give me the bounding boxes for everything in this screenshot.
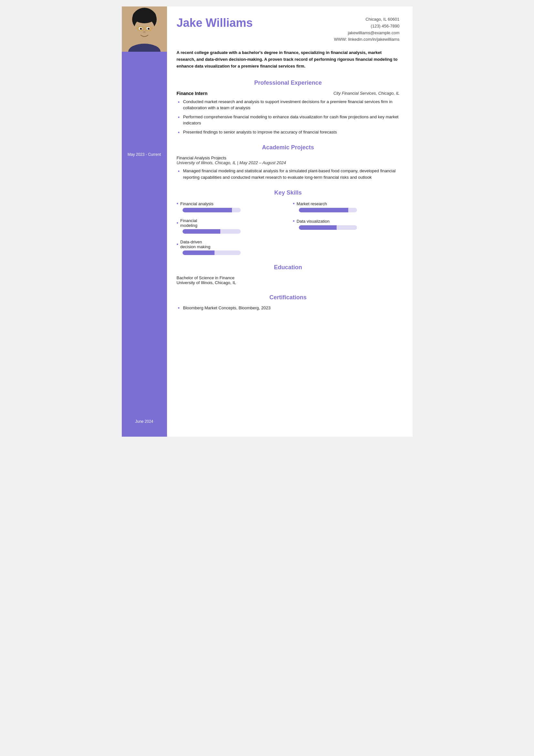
bullet-item: Conducted market research and analysis t… [177,98,400,111]
phone: (123) 456-7890 [334,23,400,30]
sidebar: May 2023 - Current June 2024 [122,7,167,437]
resume-container: May 2023 - Current June 2024 Jake Willia… [122,7,413,437]
svg-point-14 [143,31,146,33]
bullet-item: Performed comprehensive financial modeli… [177,114,400,126]
main-content: Jake Williams Chicago, IL 60601 (123) 45… [167,7,413,437]
experience-date: May 2023 - Current [125,152,164,157]
skill-data-visualization: Data visualization [293,218,400,230]
project-bullet: Managed financial modeling and statistic… [177,168,400,180]
edu-school: University of Illinois, Chicago, IL [177,280,400,285]
skill-bar-fill [183,229,220,234]
skill-bar-bg [183,208,241,212]
skill-label: Financial analysis [177,201,283,206]
cert-item: Bloomberg Market Concepts, Bloomberg, 20… [177,306,400,310]
project-bullets: Managed financial modeling and statistic… [177,168,400,180]
job-header: Finance Intern City Financial Services, … [177,91,400,96]
location: Chicago, IL 60601 [334,16,400,23]
edu-degree: Bachelor of Science in Finance [177,275,400,280]
skill-bar-fill [183,251,215,255]
education-date: June 2024 [125,419,164,424]
svg-point-8 [148,28,150,30]
header: Jake Williams Chicago, IL 60601 (123) 45… [177,16,400,43]
svg-point-7 [140,28,142,30]
skill-bar-fill [299,225,337,230]
bullet-item: Presented findings to senior analysts to… [177,129,400,135]
certifications-title: Certifications [177,294,400,301]
certifications-section: Certifications Bloomberg Market Concepts… [177,294,400,310]
sidebar-dates: May 2023 - Current June 2024 [122,58,167,437]
skill-financial-modeling: Financialmodeling [177,218,283,234]
summary: A recent college graduate with a bachelo… [177,49,400,69]
skills-left-col: Financial analysis Financialmodeling [177,201,283,255]
skill-market-research: Market research [293,201,400,212]
skill-bar-bg [299,208,357,212]
candidate-name: Jake Williams [177,16,253,30]
skill-label: Market research [293,201,400,206]
name-block: Jake Williams [177,16,253,30]
professional-experience-title: Professional Experience [177,79,400,86]
skill-bar-fill [183,208,232,212]
education-title: Education [177,264,400,271]
skill-bar-bg [183,251,241,255]
skill-bar-bg [299,225,357,230]
skills-grid: Financial analysis Financialmodeling [177,201,400,255]
job-title: Finance Intern [177,91,208,96]
skill-label: Data-drivendecision making [177,239,283,249]
job-bullets: Conducted market research and analysis t… [177,98,400,135]
skill-bar-fill [299,208,348,212]
job-company: City Financial Services, Chicago, IL [333,91,399,96]
key-skills-title: Key Skills [177,189,400,196]
email: jakewilliams@example.com [334,30,400,37]
skill-label: Data visualization [293,218,400,224]
project-title: Financial Analysis Projects [177,155,400,160]
professional-experience-section: Professional Experience Finance Intern C… [177,79,400,135]
skills-right-col: Market research Data visualization [293,201,400,255]
contact-info: Chicago, IL 60601 (123) 456-7890 jakewil… [334,16,400,43]
skill-data-driven: Data-drivendecision making [177,239,283,255]
avatar [122,7,167,52]
academic-projects-section: Academic Projects Financial Analysis Pro… [177,144,400,180]
project-subtitle: University of Illinois, Chicago, IL | Ma… [177,160,400,165]
svg-point-15 [133,9,156,23]
academic-projects-title: Academic Projects [177,144,400,151]
education-section: Education Bachelor of Science in Finance… [177,264,400,285]
website: WWW: linkedin.com/in/jakewilliams [334,36,400,43]
skill-label: Financialmodeling [177,218,283,228]
skill-financial-analysis: Financial analysis [177,201,283,212]
key-skills-section: Key Skills Financial analysis [177,189,400,255]
skill-bar-bg [183,229,241,234]
